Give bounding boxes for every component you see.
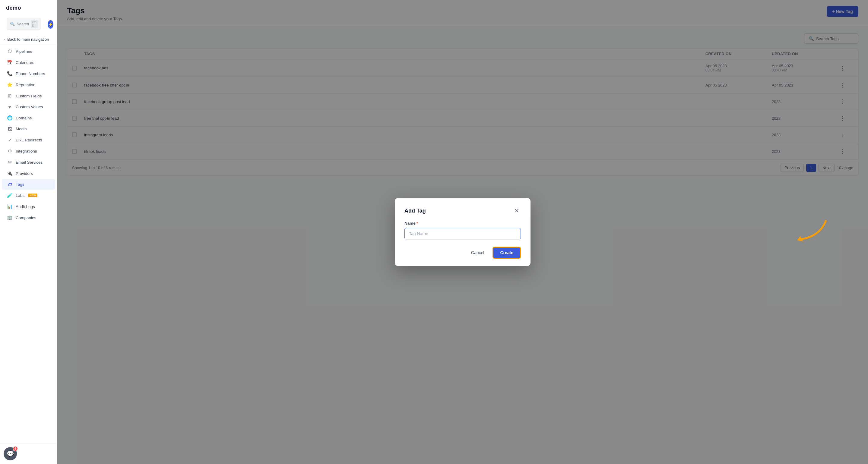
sidebar-item-label: Custom Values xyxy=(16,105,43,109)
integrations-icon: ⚙ xyxy=(7,148,13,154)
sidebar-item-label: Integrations xyxy=(16,149,37,154)
search-icon: 🔍 xyxy=(10,22,15,26)
sidebar-item-label: Providers xyxy=(16,171,33,176)
sidebar-item-label: Audit Logs xyxy=(16,204,35,209)
modal-field-label: Name * xyxy=(404,221,521,226)
back-label: Back to main navigation xyxy=(7,37,49,42)
cancel-button[interactable]: Cancel xyxy=(466,247,489,258)
phone-icon: 📞 xyxy=(7,71,13,76)
arrow-annotation xyxy=(777,218,832,246)
sidebar-item-label: Pipelines xyxy=(16,49,32,54)
modal-overlay: Add Tag ✕ Name * Cancel Create xyxy=(57,0,868,464)
modal-field: Name * xyxy=(404,221,521,239)
labs-icon: 🧪 xyxy=(7,193,13,198)
sidebar-item-calendars[interactable]: 📅 Calendars xyxy=(2,57,55,68)
sidebar-item-label: Tags xyxy=(16,182,25,187)
sidebar-item-label: Companies xyxy=(16,216,36,220)
sidebar-item-label: Email Services xyxy=(16,160,42,165)
search-button[interactable]: 🔍 Search ctrl K xyxy=(7,18,41,30)
media-icon: 🖼 xyxy=(7,126,13,131)
companies-icon: 🏢 xyxy=(7,215,13,221)
sidebar-item-custom-values[interactable]: ♥ Custom Values xyxy=(2,102,55,112)
sidebar-item-label: Domains xyxy=(16,116,32,120)
sidebar-item-audit-logs[interactable]: 📊 Audit Logs xyxy=(2,201,55,212)
sidebar-item-phone-numbers[interactable]: 📞 Phone Numbers xyxy=(2,68,55,79)
domains-icon: 🌐 xyxy=(7,115,13,121)
search-shortcut: ctrl K xyxy=(31,20,38,28)
sidebar-item-domains[interactable]: 🌐 Domains xyxy=(2,112,55,123)
app-logo: demo xyxy=(0,0,57,14)
sidebar-item-label: Labs xyxy=(16,193,25,198)
back-arrow-icon: ‹ xyxy=(4,37,5,42)
chat-icon: 💬 xyxy=(7,450,14,457)
sidebar-item-providers[interactable]: 🔌 Providers xyxy=(2,168,55,179)
sidebar-item-email-services[interactable]: ✉ Email Services xyxy=(2,157,55,168)
sidebar-nav: ⬡ Pipelines 📅 Calendars 📞 Phone Numbers … xyxy=(0,45,57,223)
sidebar-item-label: Custom Fields xyxy=(16,94,42,98)
audit-logs-icon: 📊 xyxy=(7,204,13,209)
add-tag-modal: Add Tag ✕ Name * Cancel Create xyxy=(395,198,530,266)
sidebar-item-url-redirects[interactable]: ↗ URL Redirects xyxy=(2,134,55,145)
reputation-icon: ⭐ xyxy=(7,82,13,88)
modal-actions: Cancel Create xyxy=(404,246,521,259)
labs-new-badge: new xyxy=(28,194,37,197)
chat-widget[interactable]: 💬 6 xyxy=(4,447,17,460)
modal-title: Add Tag xyxy=(404,208,426,214)
sidebar: demo 🔍 Search ctrl K ⚡ ‹ Back to main na… xyxy=(0,0,57,464)
search-label: Search xyxy=(17,22,29,26)
sidebar-item-labs[interactable]: 🧪 Labs new xyxy=(2,190,55,201)
back-to-main-nav[interactable]: ‹ Back to main navigation xyxy=(0,35,57,44)
custom-values-icon: ♥ xyxy=(7,104,13,109)
flash-icon: ⚡ xyxy=(48,22,53,27)
sidebar-item-label: Calendars xyxy=(16,60,34,65)
create-button[interactable]: Create xyxy=(493,246,521,259)
tag-name-input[interactable] xyxy=(404,228,521,239)
modal-close-button[interactable]: ✕ xyxy=(513,206,521,215)
email-icon: ✉ xyxy=(7,160,13,165)
sidebar-item-label: Reputation xyxy=(16,82,35,87)
sidebar-item-reputation[interactable]: ⭐ Reputation xyxy=(2,79,55,90)
url-redirects-icon: ↗ xyxy=(7,137,13,143)
chat-badge: 6 xyxy=(13,446,18,451)
sidebar-item-media[interactable]: 🖼 Media xyxy=(2,124,55,134)
sidebar-item-pipelines[interactable]: ⬡ Pipelines xyxy=(2,46,55,57)
main-content: Tags Add, edit and delete your Tags. + N… xyxy=(57,0,868,464)
providers-icon: 🔌 xyxy=(7,171,13,176)
svg-marker-0 xyxy=(797,236,803,241)
modal-header: Add Tag ✕ xyxy=(404,206,521,215)
calendars-icon: 📅 xyxy=(7,60,13,65)
sidebar-item-label: Phone Numbers xyxy=(16,71,45,76)
sidebar-item-label: Media xyxy=(16,127,27,131)
sidebar-item-custom-fields[interactable]: ⊞ Custom Fields xyxy=(2,91,55,101)
sidebar-item-label: URL Redirects xyxy=(16,138,42,142)
flash-button[interactable]: ⚡ xyxy=(48,20,53,29)
sidebar-item-integrations[interactable]: ⚙ Integrations xyxy=(2,145,55,157)
sidebar-item-companies[interactable]: 🏢 Companies xyxy=(2,212,55,223)
required-star: * xyxy=(416,221,418,226)
tags-icon: 🏷 xyxy=(7,182,13,187)
custom-fields-icon: ⊞ xyxy=(7,93,13,99)
pipelines-icon: ⬡ xyxy=(7,48,13,54)
sidebar-item-tags[interactable]: 🏷 Tags xyxy=(2,179,55,190)
sidebar-bottom: 💬 6 xyxy=(0,443,57,464)
